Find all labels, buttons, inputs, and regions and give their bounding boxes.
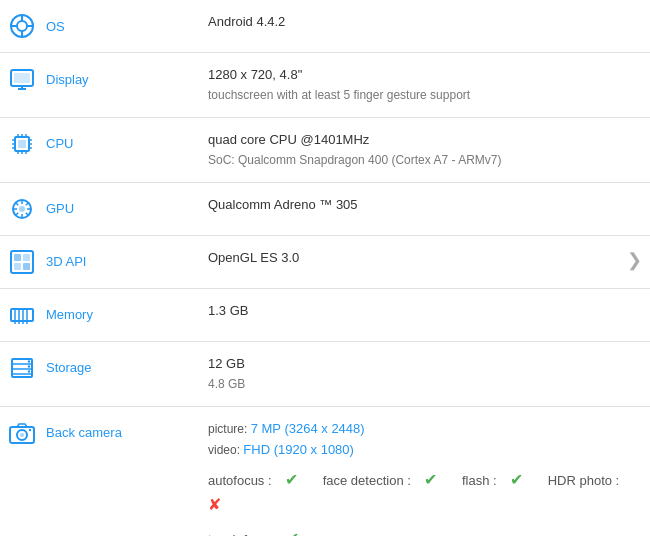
table-row: Storage 12 GB 4.8 GB (0, 341, 650, 406)
memory-label: Memory (46, 307, 93, 322)
table-row: Memory 1.3 GB (0, 288, 650, 341)
svg-point-1 (17, 21, 27, 31)
svg-point-49 (20, 433, 24, 437)
back-camera-video: video: FHD (1920 x 1080) (208, 440, 642, 461)
specs-table: OS Android 4.4.2 Display 1280 x 720, 4.8… (0, 0, 650, 536)
memory-value: 1.3 GB (200, 288, 650, 341)
display-label: Display (46, 72, 89, 87)
face-detection-check: ✔ (424, 471, 437, 488)
svg-point-45 (28, 365, 30, 367)
svg-rect-28 (23, 254, 30, 261)
storage-label: Storage (46, 360, 92, 375)
memory-label-cell: Memory (0, 288, 200, 341)
api-value-main: OpenGL ES 3.0 (208, 250, 299, 265)
api-label-cell: 3D API (0, 235, 200, 288)
autofocus-check: ✔ (285, 471, 298, 488)
table-row: Back camera picture: 7 MP (3264 x 2448) … (0, 406, 650, 536)
storage-value-main: 12 GB (208, 354, 642, 375)
display-value-main: 1280 x 720, 4.8" (208, 65, 642, 86)
cpu-value-sub: SoC: Qualcomm Snapdragon 400 (Cortex A7 … (208, 151, 642, 170)
gpu-label: GPU (46, 201, 74, 216)
storage-label-cell: Storage (0, 341, 200, 406)
svg-rect-11 (18, 140, 26, 148)
table-row: GPU Qualcomm Adreno ™ 305 (0, 182, 650, 235)
table-row: Display 1280 x 720, 4.8" touchscreen wit… (0, 53, 650, 118)
back-camera-features: autofocus : ✔ face detection : ✔ flash :… (208, 467, 642, 518)
cpu-label-cell: CPU (0, 117, 200, 182)
gpu-value: Qualcomm Adreno ™ 305 (200, 182, 650, 235)
back-camera-picture: picture: 7 MP (3264 x 2448) (208, 419, 642, 440)
os-value-main: Android 4.4.2 (208, 14, 285, 29)
os-label: OS (46, 19, 65, 34)
hdr-label: HDR photo : (548, 473, 620, 488)
cpu-icon (8, 130, 36, 158)
table-row: CPU quad core CPU @1401MHz SoC: Qualcomm… (0, 117, 650, 182)
display-value-sub: touchscreen with at least 5 finger gestu… (208, 86, 642, 105)
os-label-cell: OS (0, 0, 200, 53)
gpu-label-cell: GPU (0, 182, 200, 235)
svg-point-44 (28, 360, 30, 362)
table-row: 3D API OpenGL ES 3.0 ❯ (0, 235, 650, 288)
touch-focus-row: touch focus - ✔ (208, 526, 642, 536)
flash-check: ✔ (510, 471, 523, 488)
os-icon (8, 12, 36, 40)
cpu-label: CPU (46, 136, 73, 151)
api-label: 3D API (46, 254, 86, 269)
back-camera-icon (8, 419, 36, 447)
svg-rect-27 (14, 254, 21, 261)
storage-value: 12 GB 4.8 GB (200, 341, 650, 406)
svg-point-46 (28, 370, 30, 372)
touch-focus-label: touch focus - (208, 532, 282, 536)
back-camera-label: Back camera (46, 425, 122, 440)
cpu-value-main: quad core CPU @1401MHz (208, 130, 642, 151)
svg-point-50 (29, 429, 31, 431)
storage-value-sub: 4.8 GB (208, 375, 642, 394)
cpu-value: quad core CPU @1401MHz SoC: Qualcomm Sna… (200, 117, 650, 182)
api-value: OpenGL ES 3.0 ❯ (200, 235, 650, 288)
autofocus-label: autofocus : (208, 473, 272, 488)
svg-rect-9 (14, 73, 30, 83)
svg-point-25 (19, 206, 25, 212)
back-camera-label-cell: Back camera (0, 406, 200, 536)
storage-icon (8, 354, 36, 382)
display-value: 1280 x 720, 4.8" touchscreen with at lea… (200, 53, 650, 118)
svg-rect-29 (14, 263, 21, 270)
svg-rect-30 (23, 263, 30, 270)
gpu-icon (8, 195, 36, 223)
memory-value-main: 1.3 GB (208, 303, 248, 318)
hdr-cross: ✘ (208, 496, 221, 513)
os-value: Android 4.4.2 (200, 0, 650, 53)
display-icon (8, 65, 36, 93)
gpu-value-main: Qualcomm Adreno ™ 305 (208, 197, 358, 212)
memory-icon (8, 301, 36, 329)
table-row: OS Android 4.4.2 (0, 0, 650, 53)
flash-label: flash : (462, 473, 497, 488)
touch-focus-check: ✔ (286, 530, 299, 536)
face-detection-label: face detection : (323, 473, 411, 488)
api-chevron[interactable]: ❯ (627, 246, 642, 275)
display-label-cell: Display (0, 53, 200, 118)
back-camera-value: picture: 7 MP (3264 x 2448) video: FHD (… (200, 406, 650, 536)
api-icon (8, 248, 36, 276)
